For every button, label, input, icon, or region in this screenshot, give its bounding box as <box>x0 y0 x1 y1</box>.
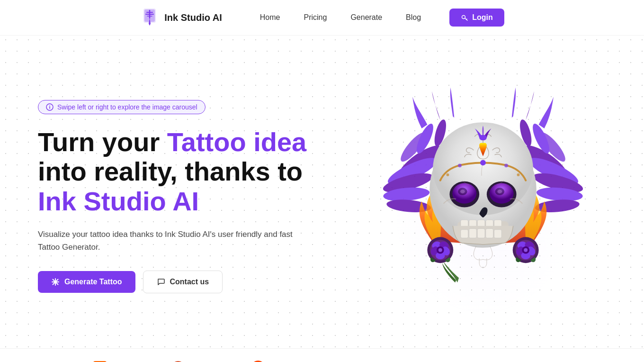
hero-section: Swipe left or right to explore the image… <box>0 36 644 348</box>
nav-blog[interactable]: Blog <box>406 13 421 21</box>
contact-us-button[interactable]: Contact us <box>143 271 223 293</box>
svg-rect-40 <box>469 229 477 238</box>
logo-text: Ink Studio AI <box>164 12 222 23</box>
hero-buttons: Generate Tattoo Contact us <box>38 271 331 293</box>
svg-point-24 <box>479 135 487 141</box>
svg-point-48 <box>517 173 520 176</box>
hero-title: Turn your Tattoo idea into reality, than… <box>38 127 331 217</box>
hero-title-part1: Turn your <box>38 127 167 157</box>
svg-point-57 <box>438 248 442 252</box>
svg-rect-42 <box>486 229 493 238</box>
navbar: Ink Studio AI Home Pricing Generate Blog… <box>0 0 644 36</box>
svg-rect-43 <box>494 230 502 238</box>
reddit-icon <box>250 360 266 362</box>
skull-illustration <box>369 78 597 315</box>
svg-point-28 <box>460 190 465 193</box>
featured-bar: Featured on Y Hacker News P Product Hunt… <box>0 348 644 362</box>
hero-title-part2: into reality, thanks to <box>38 156 303 186</box>
generate-icon <box>51 278 60 286</box>
hero-title-highlight1: Tattoo idea <box>167 127 307 157</box>
hero-title-highlight2: Ink Studio AI <box>38 186 199 216</box>
svg-point-44 <box>480 160 486 166</box>
reddit-item[interactable]: reddit <box>250 360 293 362</box>
nav-home[interactable]: Home <box>260 13 280 21</box>
hero-badge: Swipe left or right to explore the image… <box>38 100 206 114</box>
nav-generate[interactable]: Generate <box>350 13 382 21</box>
svg-point-46 <box>504 163 508 167</box>
nav-pricing[interactable]: Pricing <box>304 13 327 21</box>
logo-icon <box>140 8 160 27</box>
svg-point-4 <box>49 105 50 106</box>
generate-tattoo-button[interactable]: Generate Tattoo <box>38 271 135 293</box>
hero-content: Swipe left or right to explore the image… <box>38 100 331 294</box>
logo-link[interactable]: Ink Studio AI <box>140 8 222 27</box>
info-icon <box>46 103 54 111</box>
svg-rect-41 <box>477 229 485 238</box>
svg-point-47 <box>447 173 449 176</box>
hero-subtitle: Visualize your tattoo idea thanks to Ink… <box>38 228 303 253</box>
svg-point-45 <box>458 163 462 167</box>
svg-rect-39 <box>461 230 468 238</box>
hero-image <box>360 73 606 320</box>
svg-point-32 <box>497 190 502 193</box>
chat-icon <box>157 278 165 286</box>
svg-point-66 <box>524 248 528 252</box>
login-button[interactable]: Login <box>449 9 504 27</box>
nav-links: Home Pricing Generate Blog <box>260 13 421 22</box>
key-icon <box>461 14 468 21</box>
